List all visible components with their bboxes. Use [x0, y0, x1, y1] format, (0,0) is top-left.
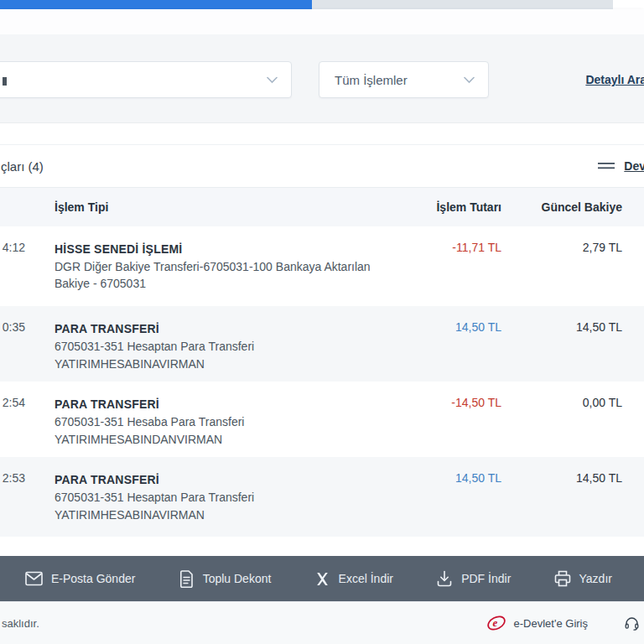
filter-section: Tüm İşlemler Detaylı Ara — [0, 34, 644, 123]
row-description-2: YATIRIMHESABINDANVIRMAN — [55, 431, 392, 448]
row-balance: 14,50 TL — [501, 320, 622, 334]
row-transaction-type: PARA TRANSFERİ — [55, 320, 392, 337]
row-transaction-type: PARA TRANSFERİ — [55, 471, 392, 488]
edevlet-logo-icon: e — [486, 614, 506, 632]
row-description: 6705031-351 Hesaptan Para Transferi — [55, 338, 392, 355]
copyright-text: saklıdır. — [2, 617, 39, 630]
action-toolbar: E-Posta Gönder Toplu Dekont Excel İndir … — [0, 556, 644, 601]
row-amount: 14,50 TL — [392, 320, 501, 334]
progress-bar — [0, 0, 312, 9]
results-card: çları (4) Dev İşlem Tipi İşlem Tutarı Gü… — [0, 144, 644, 556]
results-title: çları (4) — [0, 159, 44, 174]
row-time: 0:35 — [0, 320, 25, 334]
printer-icon — [554, 570, 571, 587]
row-description-2: YATIRIMHESABINAVIRMAN — [55, 356, 392, 372]
table-row[interactable]: 4:12 HİSSE SENEDİ İŞLEMİ DGR Diğer Bakiy… — [0, 226, 644, 306]
row-balance: 14,50 TL — [501, 471, 622, 485]
row-transaction-type: HİSSE SENEDİ İŞLEMİ — [55, 241, 392, 257]
row-description: 6705031-351 Hesaba Para Transferi — [55, 413, 392, 430]
transaction-type-value: Tüm İşlemler — [335, 73, 408, 87]
row-time: 4:12 — [0, 241, 25, 254]
more-link[interactable]: Dev — [624, 159, 644, 173]
row-description: 6705031-351 Hesaptan Para Transferi — [55, 489, 392, 506]
email-send-button[interactable]: E-Posta Gönder — [25, 571, 135, 586]
results-card-header: çları (4) Dev — [0, 145, 644, 187]
email-icon — [25, 571, 43, 586]
chevron-down-icon — [267, 76, 278, 84]
transaction-type-select[interactable]: Tüm İşlemler — [319, 61, 489, 98]
column-header-islem-tipi: İşlem Tipi — [55, 200, 392, 214]
row-balance: 0,00 TL — [501, 396, 622, 409]
download-icon — [436, 570, 453, 587]
clipped-text-fragment — [3, 77, 7, 86]
document-icon — [179, 570, 195, 588]
column-header-guncel-bakiye: Güncel Bakiye — [501, 200, 622, 214]
progress-track — [0, 0, 613, 9]
row-transaction-type: PARA TRANSFERİ — [55, 396, 392, 413]
chevron-down-icon — [464, 76, 475, 84]
table-row[interactable]: 0:35 PARA TRANSFERİ 6705031-351 Hesaptan… — [0, 306, 644, 382]
excel-icon — [314, 571, 330, 587]
row-time: 2:54 — [0, 396, 25, 409]
menu-icon[interactable] — [598, 162, 615, 170]
row-amount: -11,71 TL — [392, 241, 501, 254]
support-headset-icon[interactable] — [625, 616, 639, 631]
row-description: DGR Diğer Bakiye Transferi-6705031-100 B… — [55, 258, 392, 292]
pdf-download-button[interactable]: PDF İndir — [436, 570, 511, 587]
table-row[interactable]: 2:53 PARA TRANSFERİ 6705031-351 Hesaptan… — [0, 457, 644, 537]
table-header-row: İşlem Tipi İşlem Tutarı Güncel Bakiye — [0, 187, 644, 226]
column-header-islem-tutari: İşlem Tutarı — [392, 200, 501, 214]
top-header-strip — [0, 9, 644, 34]
row-description-2: YATIRIMHESABINAVIRMAN — [55, 506, 392, 523]
detailed-search-link[interactable]: Detaylı Ara — [585, 73, 644, 86]
row-amount: -14,50 TL — [392, 396, 501, 409]
bulk-receipt-button[interactable]: Toplu Dekont — [179, 570, 272, 588]
print-button[interactable]: Yazdır — [554, 570, 612, 587]
footer: saklıdır. e e-Devlet'e Giriş — [0, 601, 644, 644]
account-select[interactable] — [0, 61, 292, 98]
row-balance: 2,79 TL — [501, 241, 622, 254]
table-row[interactable]: 2:54 PARA TRANSFERİ 6705031-351 Hesaba P… — [0, 382, 644, 457]
excel-download-button[interactable]: Excel İndir — [314, 571, 393, 587]
row-time: 2:53 — [0, 471, 25, 485]
row-amount: 14,50 TL — [392, 471, 501, 485]
edevlet-login-link[interactable]: e-Devlet'e Giriş — [514, 617, 588, 630]
page: Tüm İşlemler Detaylı Ara çları (4) Dev — [0, 0, 644, 644]
